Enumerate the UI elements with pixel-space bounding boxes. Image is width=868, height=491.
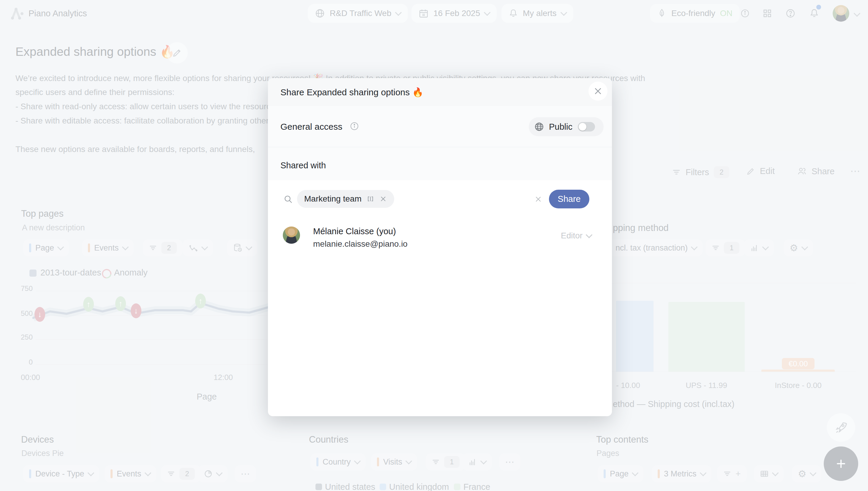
shared-with-label: Shared with [280, 161, 326, 170]
general-access-label: General access [280, 121, 359, 132]
chevron-down-icon [586, 232, 593, 238]
visibility-selector[interactable]: Public [529, 117, 604, 136]
general-access-text: General access [280, 122, 342, 132]
modal-title: Share Expanded sharing options 🔥 [280, 87, 423, 97]
divider [268, 147, 612, 147]
role-label: Editor [561, 231, 583, 240]
share-modal: Share Expanded sharing options 🔥 General… [268, 78, 612, 416]
role-selector[interactable]: Editor [561, 231, 591, 240]
visibility-label: Public [549, 122, 572, 132]
group-icon [366, 195, 374, 203]
app-window: Piano Analytics R&D Traffic Web 16 Feb 2… [0, 0, 868, 491]
close-button[interactable] [588, 82, 608, 100]
share-button[interactable]: Share [549, 190, 589, 208]
user-avatar [283, 227, 300, 244]
remove-chip-icon[interactable] [379, 195, 387, 203]
recipient-chip-label: Marketing team [304, 194, 362, 204]
info-icon[interactable] [349, 121, 359, 131]
close-icon [593, 87, 603, 95]
public-toggle[interactable] [578, 122, 595, 132]
clear-input-icon[interactable] [534, 195, 542, 203]
globe-icon [534, 122, 544, 132]
shared-user-email: melanie.claisse@piano.io [313, 239, 408, 249]
shared-user-name: Mélanie Claisse (you) [313, 227, 396, 236]
search-icon [283, 195, 293, 204]
recipient-chip[interactable]: Marketing team [297, 190, 394, 208]
